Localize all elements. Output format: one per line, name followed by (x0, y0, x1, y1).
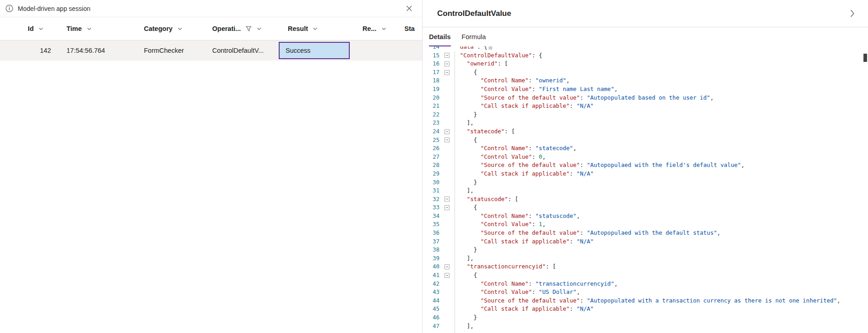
tab-details[interactable]: Details (424, 27, 456, 46)
code-editor[interactable]: 14data : {15"ControlDefaultValue": {16 "… (423, 46, 868, 333)
code-text: } (454, 111, 477, 119)
column-header-sta[interactable]: Sta (401, 17, 422, 40)
line-number: 16 (423, 60, 439, 68)
table-row[interactable]: 14217:54:56.764FormCheckerControlDefault… (0, 40, 422, 61)
code-text: "Call stack if applicable": "N/A" (454, 305, 594, 313)
column-label: Operati... (212, 25, 241, 32)
column-header-time[interactable]: Time (64, 17, 141, 40)
line-number: 25 (423, 136, 439, 145)
line-number: 21 (423, 102, 439, 111)
code-text: "Control Name": "transactioncurrencyid", (454, 280, 618, 288)
code-line: 25 { (423, 136, 868, 145)
column-header-result[interactable]: Result (278, 17, 351, 40)
fold-collapse-icon[interactable] (439, 68, 454, 77)
line-number: 43 (423, 288, 439, 297)
scrollbar-track[interactable] (863, 46, 868, 333)
minus-box-icon (444, 273, 449, 278)
code-text: "Control Value": 1, (454, 220, 546, 229)
code-text: { (454, 136, 477, 145)
column-label: Time (66, 25, 82, 32)
code-line: 45 "Call stack if applicable": "N/A" (423, 305, 868, 313)
filter-icon[interactable] (245, 25, 252, 32)
fold-spacer (439, 178, 454, 187)
fold-collapse-icon[interactable] (439, 60, 454, 68)
close-button[interactable] (402, 2, 416, 15)
table-header: IdTimeCategoryOperati...ResultRe...Sta (0, 17, 422, 40)
fold-collapse-icon[interactable] (439, 271, 454, 280)
column-header-operation[interactable]: Operati... (209, 17, 278, 40)
line-number: 20 (423, 94, 439, 102)
cell-result[interactable]: Success (278, 40, 351, 61)
code-line: 18 "Control Name": "ownerid", (423, 76, 868, 85)
line-number: 41 (423, 271, 439, 280)
info-icon (5, 5, 13, 12)
scrollbar-thumb[interactable] (863, 54, 867, 62)
sort-chevron-icon (87, 26, 92, 31)
sort-chevron-icon (381, 26, 387, 31)
code-line: 20 "Source of the default value": "Autop… (423, 94, 868, 102)
code-text: "ownerid": [ (454, 60, 508, 68)
code-text: "ControlDefaultValue": { (454, 51, 542, 60)
cell-id[interactable]: 142 (0, 47, 64, 54)
code-text: "statuscode": [ (454, 195, 518, 204)
code-line: 22 } (423, 111, 868, 119)
sort-chevron-icon (256, 26, 262, 31)
cell-category[interactable]: FormChecker (141, 47, 209, 54)
line-number: 27 (423, 153, 439, 161)
cell-time[interactable]: 17:54:56.764 (64, 47, 141, 54)
minus-box-icon (444, 70, 449, 75)
code-line: 39 ], (423, 254, 868, 263)
code-text: { (454, 271, 477, 280)
code-text: "Control Value": 0, (454, 153, 546, 161)
fold-collapse-icon[interactable] (439, 127, 454, 136)
code-text: "Source of the default value": "Autopopu… (454, 94, 714, 102)
code-text: "Control Value": "US Dollar", (454, 288, 580, 297)
close-icon (406, 5, 412, 11)
fold-spacer (439, 280, 454, 288)
fold-collapse-icon[interactable] (439, 195, 454, 204)
code-line: 40 "transactioncurrencyid": [ (423, 262, 868, 271)
minus-box-icon (444, 264, 449, 269)
fold-spacer (439, 313, 454, 322)
code-text: "Control Value": "First name Last name", (454, 85, 618, 94)
line-number: 34 (423, 212, 439, 221)
code-line: 42 "Control Name": "transactioncurrencyi… (423, 280, 868, 288)
fold-spacer (439, 170, 454, 178)
fold-spacer (439, 94, 454, 102)
line-number: 30 (423, 178, 439, 187)
code-line: 44 "Source of the default value": "Autop… (423, 297, 868, 305)
fold-spacer (439, 161, 454, 170)
code-text: "Control Name": "ownerid", (454, 76, 570, 85)
code-text: "Call stack if applicable": "N/A" (454, 170, 594, 178)
line-number: 15 (423, 51, 439, 60)
line-number: 37 (423, 237, 439, 246)
minus-box-icon (444, 205, 449, 210)
line-number: 42 (423, 280, 439, 288)
line-number: 39 (423, 254, 439, 263)
sort-chevron-icon (177, 26, 183, 31)
code-line: 27 "Control Value": 0, (423, 153, 868, 161)
column-header-id[interactable]: Id (0, 17, 64, 40)
selected-result-cell[interactable]: Success (279, 42, 350, 59)
code-line: 21 "Call stack if applicable": "N/A" (423, 102, 868, 111)
fold-collapse-icon[interactable] (439, 136, 454, 145)
code-text: { (454, 203, 477, 212)
tab-formula[interactable]: Formula (456, 27, 491, 46)
fold-collapse-icon[interactable] (439, 51, 454, 60)
code-text: ], (454, 254, 474, 263)
detail-title: ControlDefaultValue (437, 9, 845, 18)
cell-operation[interactable]: ControlDefaultV... (209, 47, 278, 54)
sort-chevron-icon (38, 26, 44, 31)
column-header-re[interactable]: Re... (351, 17, 401, 40)
code-line: 28 "Source of the default value": "Autop… (423, 161, 868, 170)
fold-collapse-icon[interactable] (439, 262, 454, 271)
line-number: 14 (423, 46, 439, 51)
minus-box-icon (444, 61, 449, 66)
selection-box (489, 46, 492, 50)
column-header-category[interactable]: Category (141, 17, 209, 40)
code-line: 46 } (423, 313, 868, 322)
fold-spacer (439, 119, 454, 127)
code-text: ], (454, 322, 474, 331)
expand-panel-button[interactable] (845, 7, 859, 20)
fold-collapse-icon[interactable] (439, 203, 454, 212)
